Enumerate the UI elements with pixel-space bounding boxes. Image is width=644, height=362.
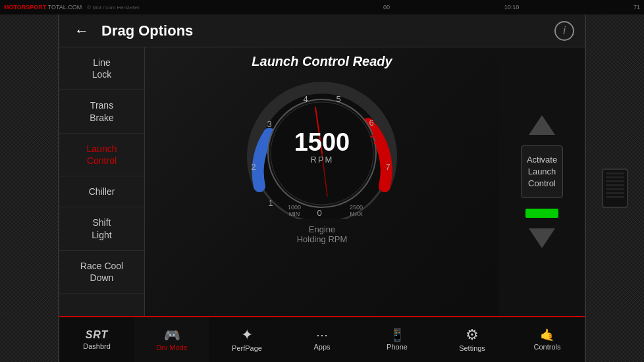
svg-text:4: 4 — [303, 94, 308, 104]
nav-label-dashbrd: Dashbrd — [83, 342, 111, 350]
nav-label-settings: Settings — [459, 344, 485, 352]
svg-text:6: 6 — [369, 118, 373, 128]
rpm-value: 1500 — [294, 130, 350, 155]
nav-label-drv-mode: Drv Mode — [156, 344, 188, 351]
rpm-gauge: 0 1 2 3 4 5 6 — [230, 74, 414, 219]
nav-item-controls[interactable]: 🤙 Controls — [510, 317, 585, 362]
drv-mode-icon: 🎮 — [164, 328, 180, 342]
page-title: Drag Options — [101, 22, 547, 39]
svg-text:1000: 1000 — [288, 204, 301, 211]
sidebar-item-trans-brake[interactable]: TransBrake — [59, 90, 144, 133]
sidebar-item-launch-control[interactable]: LaunchControl — [59, 134, 144, 176]
status-right: 71 — [633, 4, 640, 11]
down-arrow-button[interactable] — [529, 228, 555, 248]
screen-header: ← Drag Options i — [59, 14, 585, 47]
nav-item-settings[interactable]: ⚙ Settings — [435, 317, 510, 362]
carbon-left-panel — [0, 14, 59, 362]
launch-ready-text: Launch Control Ready — [252, 54, 392, 69]
up-arrow-button[interactable] — [529, 115, 555, 135]
srt-logo-icon: SRT — [86, 330, 109, 340]
settings-icon: ⚙ — [466, 328, 479, 342]
activate-launch-button[interactable]: Activate Launch Control — [521, 145, 563, 199]
svg-text:3: 3 — [267, 119, 271, 129]
svg-text:7: 7 — [385, 162, 390, 172]
screen: ← Drag Options i LineLock TransBrake Lau… — [59, 14, 585, 362]
nav-label-perf-page: PerfPage — [232, 344, 262, 352]
watermark-bar: MOTORSPORT TOTAL.COM © Mot r'com Herstel… — [0, 0, 644, 14]
copyright-label: © Mot r'com Hersteller — [87, 5, 139, 11]
perf-page-icon: ✦ — [241, 328, 253, 342]
sidebar-item-shift-light[interactable]: ShiftLight — [59, 207, 144, 250]
controls-icon: 🤙 — [540, 329, 554, 341]
svg-text:2: 2 — [251, 162, 255, 172]
nav-item-perf-page[interactable]: ✦ PerfPage — [209, 317, 284, 362]
apps-icon: ⋯ — [316, 329, 328, 341]
engine-holding-text: Engine Holding RPM — [297, 224, 348, 244]
info-icon: i — [563, 25, 566, 37]
vent-decoration — [602, 168, 628, 208]
carbon-right-panel — [585, 14, 644, 362]
back-button[interactable]: ← — [70, 19, 94, 43]
nav-item-dashbrd[interactable]: SRT Dashbrd — [59, 317, 134, 362]
nav-label-controls: Controls — [534, 343, 561, 351]
nav-item-apps[interactable]: ⋯ Apps — [284, 317, 360, 362]
nav-item-phone[interactable]: 📱 Phone — [360, 317, 435, 362]
status-left: 00 — [383, 4, 390, 11]
sub-label: TOTAL.COM — [46, 4, 82, 11]
rpm-display: 1500 RPM — [294, 130, 350, 165]
phone-icon: 📱 — [390, 329, 404, 341]
svg-text:2500: 2500 — [350, 204, 363, 211]
right-controls: Activate Launch Control — [499, 47, 585, 316]
back-arrow-icon: ← — [74, 22, 89, 39]
nav-item-drv-mode[interactable]: 🎮 Drv Mode — [134, 317, 209, 362]
gauge-area: Launch Control Ready — [145, 47, 499, 316]
sidebar-item-chiller[interactable]: Chiller — [59, 176, 144, 207]
sidebar-item-race-cool-down[interactable]: Race CoolDown — [59, 251, 144, 294]
sidebar: LineLock TransBrake LaunchControl Chille… — [59, 47, 145, 316]
sidebar-item-line-lock[interactable]: LineLock — [59, 47, 144, 90]
bottom-nav: SRT Dashbrd 🎮 Drv Mode ✦ PerfPage ⋯ Apps… — [59, 316, 585, 362]
svg-text:MIN: MIN — [289, 211, 300, 217]
green-status-indicator — [525, 209, 558, 218]
svg-text:1: 1 — [268, 198, 273, 208]
nav-label-apps: Apps — [313, 343, 330, 351]
svg-text:5: 5 — [336, 94, 340, 104]
rpm-label: RPM — [294, 155, 350, 165]
svg-text:MAX: MAX — [350, 211, 363, 217]
brand-label: MOTORSPORT — [4, 4, 46, 11]
nav-label-phone: Phone — [387, 343, 408, 351]
svg-text:0: 0 — [317, 208, 321, 218]
status-center: 10:10 — [390, 4, 633, 11]
info-button[interactable]: i — [554, 21, 574, 41]
screen-body: LineLock TransBrake LaunchControl Chille… — [59, 47, 585, 316]
